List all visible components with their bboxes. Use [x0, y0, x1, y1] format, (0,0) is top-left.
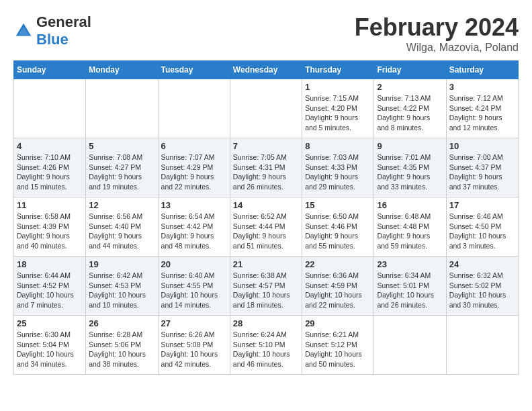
- calendar-cell: [14, 79, 86, 138]
- calendar-week-row: 25Sunrise: 6:30 AM Sunset: 5:04 PM Dayli…: [14, 316, 519, 375]
- day-number: 11: [17, 200, 83, 210]
- calendar-cell: 16Sunrise: 6:48 AM Sunset: 4:48 PM Dayli…: [374, 197, 446, 257]
- logo: General Blue: [13, 13, 91, 48]
- weekday-header-row: SundayMondayTuesdayWednesdayThursdayFrid…: [14, 61, 519, 79]
- logo-general-text: General: [36, 13, 91, 30]
- weekday-header: Wednesday: [230, 61, 302, 79]
- calendar-week-row: 4Sunrise: 7:10 AM Sunset: 4:26 PM Daylig…: [14, 138, 519, 197]
- calendar-cell: 15Sunrise: 6:50 AM Sunset: 4:46 PM Dayli…: [302, 197, 374, 257]
- day-info: Sunrise: 6:26 AM Sunset: 5:08 PM Dayligh…: [161, 330, 227, 369]
- day-number: 27: [161, 318, 227, 328]
- day-info: Sunrise: 7:15 AM Sunset: 4:20 PM Dayligh…: [305, 93, 371, 133]
- calendar-cell: 8Sunrise: 7:03 AM Sunset: 4:33 PM Daylig…: [302, 138, 374, 197]
- calendar-cell: 17Sunrise: 6:46 AM Sunset: 4:50 PM Dayli…: [446, 197, 518, 257]
- day-number: 24: [449, 259, 515, 269]
- day-info: Sunrise: 7:00 AM Sunset: 4:37 PM Dayligh…: [449, 152, 515, 192]
- logo-icon: [13, 21, 34, 41]
- weekday-header: Saturday: [446, 61, 518, 79]
- calendar-cell: [86, 79, 158, 138]
- calendar-cell: 9Sunrise: 7:01 AM Sunset: 4:35 PM Daylig…: [374, 138, 446, 197]
- calendar-cell: 25Sunrise: 6:30 AM Sunset: 5:04 PM Dayli…: [14, 316, 86, 375]
- calendar-cell: [374, 316, 446, 375]
- day-number: 19: [89, 259, 154, 269]
- day-number: 25: [17, 318, 83, 328]
- day-number: 10: [449, 141, 515, 151]
- day-number: 28: [233, 318, 299, 328]
- day-info: Sunrise: 6:32 AM Sunset: 5:02 PM Dayligh…: [449, 271, 515, 310]
- weekday-header: Sunday: [14, 61, 86, 79]
- day-number: 14: [233, 200, 299, 210]
- day-number: 9: [377, 141, 443, 151]
- day-info: Sunrise: 6:48 AM Sunset: 4:48 PM Dayligh…: [377, 212, 443, 251]
- calendar-cell: 7Sunrise: 7:05 AM Sunset: 4:31 PM Daylig…: [230, 138, 302, 197]
- calendar-cell: 2Sunrise: 7:13 AM Sunset: 4:22 PM Daylig…: [374, 79, 446, 138]
- day-number: 16: [377, 200, 443, 210]
- day-number: 17: [449, 200, 515, 210]
- day-info: Sunrise: 6:46 AM Sunset: 4:50 PM Dayligh…: [449, 212, 515, 251]
- day-info: Sunrise: 6:44 AM Sunset: 4:52 PM Dayligh…: [17, 271, 83, 310]
- day-number: 4: [17, 141, 83, 151]
- day-number: 5: [89, 141, 154, 151]
- day-info: Sunrise: 6:21 AM Sunset: 5:12 PM Dayligh…: [305, 330, 371, 369]
- day-info: Sunrise: 6:34 AM Sunset: 5:01 PM Dayligh…: [377, 271, 443, 310]
- title-block: February 2024 Wilga, Mazovia, Poland: [355, 13, 519, 54]
- calendar-cell: [446, 316, 518, 375]
- day-info: Sunrise: 6:52 AM Sunset: 4:44 PM Dayligh…: [233, 212, 299, 251]
- day-info: Sunrise: 6:56 AM Sunset: 4:40 PM Dayligh…: [89, 212, 154, 251]
- day-number: 23: [377, 259, 443, 269]
- calendar-cell: 23Sunrise: 6:34 AM Sunset: 5:01 PM Dayli…: [374, 257, 446, 316]
- day-number: 13: [161, 200, 227, 210]
- calendar-cell: 20Sunrise: 6:40 AM Sunset: 4:55 PM Dayli…: [158, 257, 230, 316]
- day-info: Sunrise: 6:54 AM Sunset: 4:42 PM Dayligh…: [161, 212, 227, 251]
- calendar-cell: 27Sunrise: 6:26 AM Sunset: 5:08 PM Dayli…: [158, 316, 230, 375]
- weekday-header: Friday: [374, 61, 446, 79]
- calendar-cell: 19Sunrise: 6:42 AM Sunset: 4:53 PM Dayli…: [86, 257, 158, 316]
- calendar-cell: 29Sunrise: 6:21 AM Sunset: 5:12 PM Dayli…: [302, 316, 374, 375]
- calendar-cell: 3Sunrise: 7:12 AM Sunset: 4:24 PM Daylig…: [446, 79, 518, 138]
- weekday-header: Tuesday: [158, 61, 230, 79]
- calendar-cell: 18Sunrise: 6:44 AM Sunset: 4:52 PM Dayli…: [14, 257, 86, 316]
- day-number: 6: [161, 141, 227, 151]
- day-info: Sunrise: 6:38 AM Sunset: 4:57 PM Dayligh…: [233, 271, 299, 310]
- day-number: 20: [161, 259, 227, 269]
- day-number: 21: [233, 259, 299, 269]
- calendar-cell: 22Sunrise: 6:36 AM Sunset: 4:59 PM Dayli…: [302, 257, 374, 316]
- calendar-cell: 4Sunrise: 7:10 AM Sunset: 4:26 PM Daylig…: [14, 138, 86, 197]
- day-info: Sunrise: 6:30 AM Sunset: 5:04 PM Dayligh…: [17, 330, 83, 369]
- day-info: Sunrise: 7:13 AM Sunset: 4:22 PM Dayligh…: [377, 93, 443, 133]
- day-info: Sunrise: 7:10 AM Sunset: 4:26 PM Dayligh…: [17, 152, 83, 192]
- day-number: 26: [89, 318, 154, 328]
- calendar-location: Wilga, Mazovia, Poland: [355, 42, 519, 54]
- day-number: 3: [449, 82, 515, 92]
- day-info: Sunrise: 6:42 AM Sunset: 4:53 PM Dayligh…: [89, 271, 154, 310]
- page-header: General Blue February 2024 Wilga, Mazovi…: [13, 13, 519, 54]
- day-info: Sunrise: 6:28 AM Sunset: 5:06 PM Dayligh…: [89, 330, 154, 369]
- day-info: Sunrise: 7:07 AM Sunset: 4:29 PM Dayligh…: [161, 152, 227, 192]
- day-number: 1: [305, 82, 371, 92]
- calendar-cell: 1Sunrise: 7:15 AM Sunset: 4:20 PM Daylig…: [302, 79, 374, 138]
- day-number: 12: [89, 200, 154, 210]
- calendar-cell: [230, 79, 302, 138]
- calendar-cell: 5Sunrise: 7:08 AM Sunset: 4:27 PM Daylig…: [86, 138, 158, 197]
- calendar-cell: 12Sunrise: 6:56 AM Sunset: 4:40 PM Dayli…: [86, 197, 158, 257]
- calendar-week-row: 1Sunrise: 7:15 AM Sunset: 4:20 PM Daylig…: [14, 79, 519, 138]
- calendar-table: SundayMondayTuesdayWednesdayThursdayFrid…: [13, 60, 519, 375]
- day-number: 15: [305, 200, 371, 210]
- calendar-cell: 10Sunrise: 7:00 AM Sunset: 4:37 PM Dayli…: [446, 138, 518, 197]
- weekday-header: Monday: [86, 61, 158, 79]
- day-info: Sunrise: 6:50 AM Sunset: 4:46 PM Dayligh…: [305, 212, 371, 251]
- day-number: 29: [305, 318, 371, 328]
- day-number: 18: [17, 259, 83, 269]
- day-info: Sunrise: 7:05 AM Sunset: 4:31 PM Dayligh…: [233, 152, 299, 192]
- day-info: Sunrise: 6:58 AM Sunset: 4:39 PM Dayligh…: [17, 212, 83, 251]
- day-info: Sunrise: 6:36 AM Sunset: 4:59 PM Dayligh…: [305, 271, 371, 310]
- calendar-cell: 24Sunrise: 6:32 AM Sunset: 5:02 PM Dayli…: [446, 257, 518, 316]
- calendar-cell: 14Sunrise: 6:52 AM Sunset: 4:44 PM Dayli…: [230, 197, 302, 257]
- day-info: Sunrise: 7:08 AM Sunset: 4:27 PM Dayligh…: [89, 152, 154, 192]
- day-info: Sunrise: 6:24 AM Sunset: 5:10 PM Dayligh…: [233, 330, 299, 369]
- calendar-cell: 6Sunrise: 7:07 AM Sunset: 4:29 PM Daylig…: [158, 138, 230, 197]
- calendar-cell: 21Sunrise: 6:38 AM Sunset: 4:57 PM Dayli…: [230, 257, 302, 316]
- calendar-cell: 26Sunrise: 6:28 AM Sunset: 5:06 PM Dayli…: [86, 316, 158, 375]
- day-info: Sunrise: 7:12 AM Sunset: 4:24 PM Dayligh…: [449, 93, 515, 133]
- calendar-cell: 11Sunrise: 6:58 AM Sunset: 4:39 PM Dayli…: [14, 197, 86, 257]
